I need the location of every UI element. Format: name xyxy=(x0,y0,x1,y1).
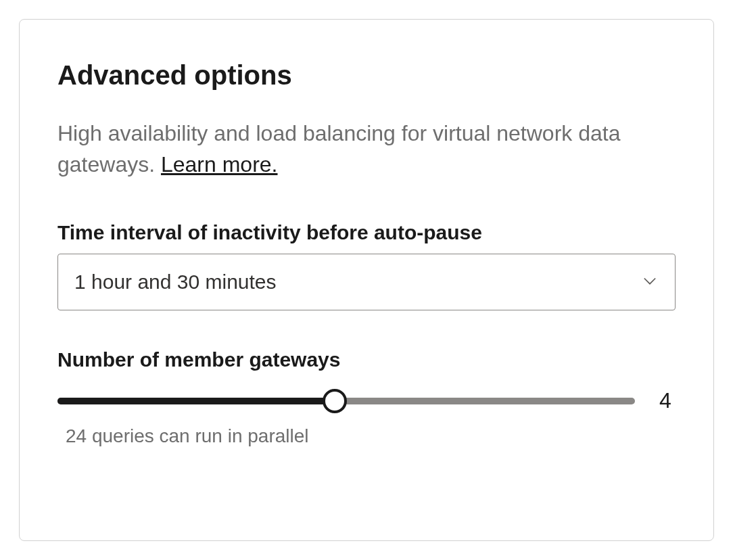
autopause-select-wrapper: 1 hour and 30 minutes xyxy=(57,254,676,310)
panel-description: High availability and load balancing for… xyxy=(57,118,676,181)
gateways-slider-row: 4 xyxy=(57,388,676,415)
gateways-value: 4 xyxy=(659,388,676,413)
autopause-selected-value: 1 hour and 30 minutes xyxy=(74,271,277,294)
slider-thumb[interactable] xyxy=(323,389,347,413)
learn-more-link[interactable]: Learn more. xyxy=(161,152,278,177)
gateways-slider[interactable] xyxy=(57,388,635,415)
slider-fill xyxy=(57,398,335,404)
autopause-select[interactable]: 1 hour and 30 minutes xyxy=(57,254,676,310)
panel-title: Advanced options xyxy=(57,60,676,91)
advanced-options-panel: Advanced options High availability and l… xyxy=(19,19,714,541)
panel-description-text: High availability and load balancing for… xyxy=(57,121,620,177)
gateways-label: Number of member gateways xyxy=(57,348,676,371)
autopause-label: Time interval of inactivity before auto-… xyxy=(57,221,676,244)
gateways-caption: 24 queries can run in parallel xyxy=(66,425,676,447)
